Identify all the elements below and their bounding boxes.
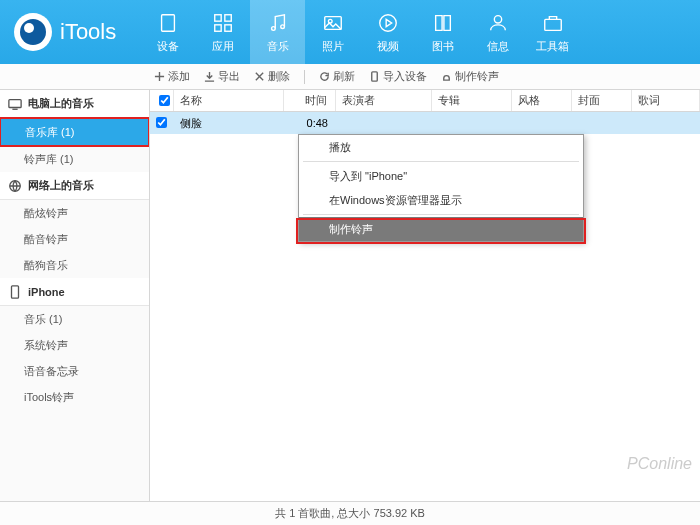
toolbar-refresh[interactable]: 刷新 xyxy=(319,69,355,84)
table-header: 名称 时间 表演者 专辑 风格 封面 歌词 xyxy=(150,90,700,112)
svg-point-9 xyxy=(380,14,397,31)
music-icon xyxy=(266,11,290,35)
status-text: 共 1 首歌曲, 总大小 753.92 KB xyxy=(275,506,425,521)
svg-rect-2 xyxy=(225,14,231,20)
nav-toolbox[interactable]: 工具箱 xyxy=(525,0,580,64)
col-album[interactable]: 专辑 xyxy=(432,90,512,111)
col-checkbox[interactable] xyxy=(150,90,174,111)
book-icon xyxy=(431,11,455,35)
header-bar: iTools 设备 应用 音乐 照片 视频 图书 信息 工具箱 xyxy=(0,0,700,64)
app-logo: iTools xyxy=(0,13,130,51)
nav-device[interactable]: 设备 xyxy=(140,0,195,64)
video-icon xyxy=(376,11,400,35)
info-icon xyxy=(486,11,510,35)
sidebar-item-voice-memo[interactable]: 语音备忘录 xyxy=(0,358,149,384)
ctx-separator xyxy=(303,161,579,162)
sidebar-item-cool-ringtone[interactable]: 酷炫铃声 xyxy=(0,200,149,226)
nav-apps[interactable]: 应用 xyxy=(195,0,250,64)
svg-rect-3 xyxy=(215,24,221,30)
nav-video[interactable]: 视频 xyxy=(360,0,415,64)
toolbar-import-device[interactable]: 导入设备 xyxy=(369,69,427,84)
col-name[interactable]: 名称 xyxy=(174,90,284,111)
sidebar-group-online[interactable]: 网络上的音乐 xyxy=(0,172,149,200)
ctx-import-iphone[interactable]: 导入到 "iPhone" xyxy=(299,164,583,188)
main-nav: 设备 应用 音乐 照片 视频 图书 信息 工具箱 xyxy=(140,0,580,64)
svg-point-6 xyxy=(281,24,285,28)
toolbar-make-ringtone[interactable]: 制作铃声 xyxy=(441,69,499,84)
sidebar-item-kuyin[interactable]: 酷音铃声 xyxy=(0,226,149,252)
sidebar-item-itools-ringtone[interactable]: iTools铃声 xyxy=(0,384,149,410)
sidebar: 电脑上的音乐 音乐库 (1) 铃声库 (1) 网络上的音乐 酷炫铃声 酷音铃声 … xyxy=(0,90,150,501)
nav-book[interactable]: 图书 xyxy=(415,0,470,64)
logo-icon xyxy=(14,13,52,51)
col-genre[interactable]: 风格 xyxy=(512,90,572,111)
toolbar: 添加 导出 删除 刷新 导入设备 制作铃声 xyxy=(0,64,700,90)
device-icon xyxy=(156,11,180,35)
nav-photo[interactable]: 照片 xyxy=(305,0,360,64)
row-checkbox[interactable] xyxy=(156,117,167,128)
col-artist[interactable]: 表演者 xyxy=(336,90,432,111)
watermark: PConline xyxy=(627,455,692,473)
toolbar-export[interactable]: 导出 xyxy=(204,69,240,84)
row-time: 0:48 xyxy=(284,117,336,129)
sidebar-item-ringtone-library[interactable]: 铃声库 (1) xyxy=(0,146,149,172)
col-cover[interactable]: 封面 xyxy=(572,90,632,111)
sidebar-item-music-library[interactable]: 音乐库 (1) xyxy=(1,119,148,145)
toolbar-add[interactable]: 添加 xyxy=(154,69,190,84)
toolbox-icon xyxy=(541,11,565,35)
nav-info[interactable]: 信息 xyxy=(470,0,525,64)
svg-rect-4 xyxy=(225,24,231,30)
sidebar-group-local[interactable]: 电脑上的音乐 xyxy=(0,90,149,118)
context-menu: 播放 导入到 "iPhone" 在Windows资源管理器显示 制作铃声 xyxy=(298,134,584,242)
sidebar-item-system-ringtone[interactable]: 系统铃声 xyxy=(0,332,149,358)
svg-rect-12 xyxy=(372,72,378,81)
svg-rect-13 xyxy=(9,99,21,107)
ctx-make-ringtone[interactable]: 制作铃声 xyxy=(299,217,583,241)
toolbar-delete[interactable]: 删除 xyxy=(254,69,290,84)
photo-icon xyxy=(321,11,345,35)
col-lyric[interactable]: 歌词 xyxy=(632,90,700,111)
sidebar-item-kugou[interactable]: 酷狗音乐 xyxy=(0,252,149,278)
main-content: 名称 时间 表演者 专辑 风格 封面 歌词 侧脸 0:48 播放 导入到 "iP… xyxy=(150,90,700,501)
nav-music[interactable]: 音乐 xyxy=(250,0,305,64)
select-all-checkbox[interactable] xyxy=(159,95,170,106)
col-time[interactable]: 时间 xyxy=(284,90,336,111)
ctx-show-explorer[interactable]: 在Windows资源管理器显示 xyxy=(299,188,583,212)
logo-text: iTools xyxy=(60,19,116,45)
sidebar-group-iphone[interactable]: iPhone xyxy=(0,278,149,306)
apps-icon xyxy=(211,11,235,35)
svg-point-10 xyxy=(494,15,501,22)
svg-rect-0 xyxy=(161,14,174,31)
row-name: 侧脸 xyxy=(174,116,284,131)
status-bar: 共 1 首歌曲, 总大小 753.92 KB xyxy=(0,501,700,525)
sidebar-item-iphone-music[interactable]: 音乐 (1) xyxy=(0,306,149,332)
table-row[interactable]: 侧脸 0:48 xyxy=(150,112,700,134)
ctx-separator xyxy=(303,214,579,215)
svg-rect-11 xyxy=(545,19,562,30)
ctx-play[interactable]: 播放 xyxy=(299,135,583,159)
svg-point-5 xyxy=(271,26,275,30)
toolbar-separator xyxy=(304,70,305,84)
svg-rect-15 xyxy=(12,285,19,297)
svg-rect-1 xyxy=(215,14,221,20)
